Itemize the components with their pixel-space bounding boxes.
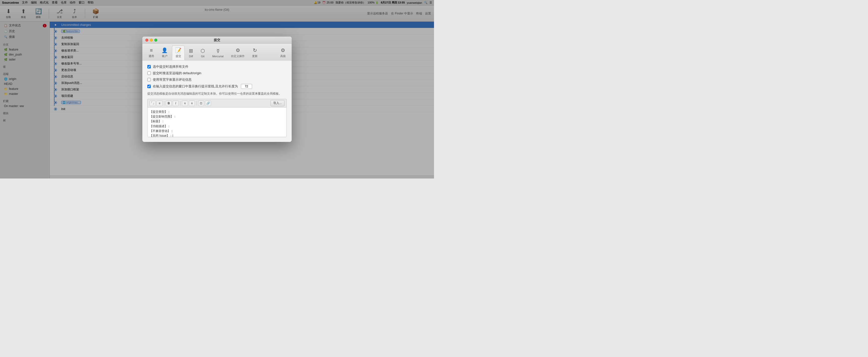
updates-tab-label: 更新 bbox=[252, 54, 257, 58]
import-button[interactable]: 导入... bbox=[271, 100, 284, 106]
close-button[interactable] bbox=[145, 38, 148, 41]
setting-push-on-commit: 提交时推送至远端的 default/origin bbox=[147, 71, 287, 76]
mercurial-tab-label: Mercurial bbox=[212, 55, 223, 58]
custom-ops-tab-icon: ⚙ bbox=[236, 47, 240, 53]
tab-advanced[interactable]: ⚙ 高级 bbox=[277, 46, 289, 60]
advanced-tab-icon: ⚙ bbox=[281, 47, 285, 53]
updates-tab-icon: ↻ bbox=[253, 47, 257, 53]
setting-select-all: 选中提交时选择所有文件 bbox=[147, 64, 287, 69]
monospace-label: 使用等宽字体显示评论信息 bbox=[153, 78, 192, 82]
traffic-lights bbox=[145, 38, 157, 41]
account-tab-label: 账户 bbox=[162, 54, 167, 58]
git-tab-label: Git bbox=[201, 55, 204, 58]
commit-tab-icon: 📝 bbox=[175, 47, 181, 53]
commit-tab-label: 提交 bbox=[176, 54, 181, 58]
template-description: 提交消息模板是自动填充消息编辑器的可定制文本块。你可以使用任一仓库的设置来覆盖此… bbox=[147, 91, 287, 96]
toolbar-link-btn[interactable]: 🔗 bbox=[205, 100, 211, 106]
toolbar-italic-btn[interactable]: I bbox=[173, 100, 179, 106]
toolbar-align-btn[interactable]: ≡ bbox=[157, 100, 162, 106]
toolbar-unordered-list-btn[interactable]: ≡ bbox=[182, 100, 188, 106]
general-tab-icon: ≡ bbox=[150, 48, 153, 53]
template-textarea[interactable]: 【提交类型】： 【提交影响范围】： 【标题】： 【功能描述】： 【不兼容变动】：… bbox=[147, 107, 287, 137]
template-editor-wrapper: 「」 ≡ B I ≡ ≡ ⊡ 🔗 导入... 【提交类型】： 【提交影响范围】：… bbox=[147, 99, 287, 138]
show-guide-checkbox[interactable] bbox=[147, 85, 151, 88]
tab-mercurial[interactable]: ☿ Mercurial bbox=[209, 46, 227, 60]
tab-custom-ops[interactable]: ⚙ 自定义操作 bbox=[228, 46, 248, 60]
diff-tab-label: Diff bbox=[189, 55, 193, 58]
tab-commit[interactable]: 📝 提交 bbox=[172, 46, 185, 60]
tab-general[interactable]: ≡ 通用 bbox=[145, 46, 157, 60]
account-tab-icon: 👤 bbox=[161, 47, 168, 53]
template-toolbar: 「」 ≡ B I ≡ ≡ ⊡ 🔗 导入... bbox=[147, 99, 287, 107]
toolbar-quote-btn[interactable]: 「」 bbox=[150, 100, 156, 106]
modal-body: 选中提交时选择所有文件 提交时推送至远端的 default/origin 使用等… bbox=[142, 60, 292, 142]
tab-diff[interactable]: ⊞ Diff bbox=[186, 46, 196, 60]
tab-git[interactable]: ⬡ Git bbox=[197, 46, 208, 60]
select-all-checkbox[interactable] bbox=[147, 65, 151, 68]
toolbar-ordered-list-btn[interactable]: ≡ bbox=[189, 100, 195, 106]
push-on-commit-checkbox[interactable] bbox=[147, 71, 151, 75]
push-on-commit-label: 提交时推送至远端的 default/origin bbox=[153, 71, 201, 76]
mercurial-tab-icon: ☿ bbox=[217, 48, 219, 54]
modal-title: 提交 bbox=[214, 38, 220, 42]
monospace-checkbox[interactable] bbox=[147, 78, 151, 81]
modal-overlay: 提交 ≡ 通用 👤 账户 📝 提交 ⊞ Diff ⬡ Git bbox=[0, 0, 434, 179]
general-tab-label: 通用 bbox=[149, 54, 154, 58]
minimize-button[interactable] bbox=[150, 38, 153, 41]
modal-titlebar: 提交 bbox=[142, 37, 292, 43]
select-all-label: 选中提交时选择所有文件 bbox=[153, 64, 188, 69]
advanced-tab-label: 高级 bbox=[280, 54, 286, 58]
setting-monospace: 使用等宽字体显示评论信息 bbox=[147, 78, 287, 82]
modal-tabs: ≡ 通用 👤 账户 📝 提交 ⊞ Diff ⬡ Git ☿ Mercurial bbox=[142, 43, 292, 60]
toolbar-image-btn[interactable]: ⊡ bbox=[198, 100, 204, 106]
tab-account[interactable]: 👤 账户 bbox=[158, 46, 171, 60]
custom-ops-tab-label: 自定义操作 bbox=[231, 54, 245, 58]
git-tab-icon: ⬡ bbox=[200, 48, 205, 54]
diff-tab-icon: ⊞ bbox=[189, 48, 193, 54]
tab-updates[interactable]: ↻ 更新 bbox=[249, 46, 261, 60]
show-guide-label: 在输入提交信息的窗口中显示换行提示竖线,且允许行长度为 bbox=[153, 84, 238, 89]
setting-show-guide: 在输入提交信息的窗口中显示换行提示竖线,且允许行长度为 bbox=[147, 84, 287, 89]
maximize-button[interactable] bbox=[154, 38, 157, 41]
guide-line-length-input[interactable] bbox=[241, 84, 252, 89]
preferences-modal: 提交 ≡ 通用 👤 账户 📝 提交 ⊞ Diff ⬡ Git bbox=[142, 37, 292, 142]
toolbar-bold-btn[interactable]: B bbox=[166, 100, 172, 106]
